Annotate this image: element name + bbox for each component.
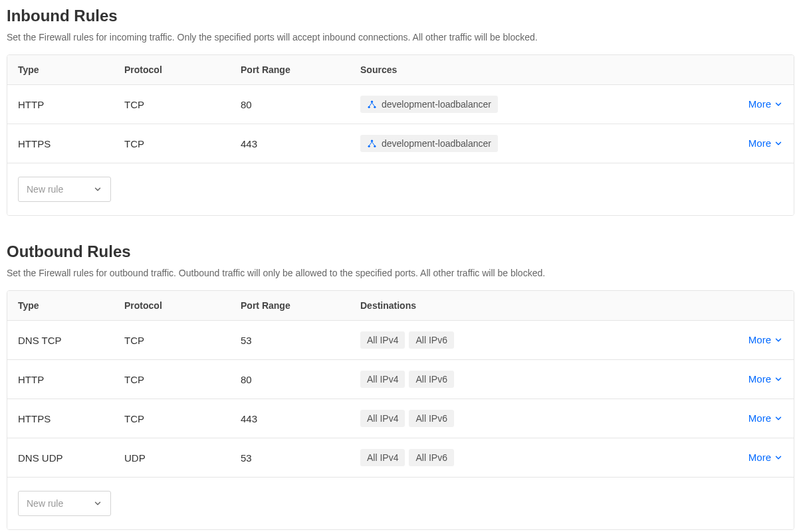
rule-port: 80 xyxy=(241,374,360,385)
target-chip-label: development-loadbalancer xyxy=(382,99,491,110)
target-chip-label: All IPv4 xyxy=(367,374,398,385)
target-chip[interactable]: All IPv4 xyxy=(360,371,405,388)
table-row: HTTPSTCP443development-loadbalancerMore xyxy=(7,124,794,163)
rule-targets: All IPv4All IPv6 xyxy=(360,371,730,388)
rule-type: HTTP xyxy=(18,99,124,110)
more-button[interactable]: More xyxy=(748,137,783,149)
inbound-table-header: Type Protocol Port Range Sources xyxy=(7,55,794,85)
more-label: More xyxy=(748,137,771,149)
inbound-rules-table: Type Protocol Port Range Sources HTTPTCP… xyxy=(7,54,794,216)
chevron-down-icon xyxy=(774,100,783,109)
chevron-down-icon xyxy=(774,414,783,423)
col-header-protocol: Protocol xyxy=(124,300,241,311)
target-chip[interactable]: development-loadbalancer xyxy=(360,135,498,152)
rule-port: 53 xyxy=(241,452,360,464)
table-row: HTTPTCP80development-loadbalancerMore xyxy=(7,85,794,124)
svg-point-5 xyxy=(374,145,376,147)
target-chip[interactable]: All IPv4 xyxy=(360,410,405,427)
svg-point-1 xyxy=(368,106,370,108)
inbound-description: Set the Firewall rules for incoming traf… xyxy=(7,32,794,43)
rule-type: DNS UDP xyxy=(18,452,124,464)
chevron-down-icon xyxy=(774,375,783,384)
rule-port: 80 xyxy=(241,99,360,110)
col-header-type: Type xyxy=(18,64,124,75)
target-chip[interactable]: All IPv6 xyxy=(409,449,453,466)
target-chip[interactable]: development-loadbalancer xyxy=(360,96,498,113)
new-rule-dropdown[interactable]: New rule xyxy=(18,177,111,202)
rule-type: HTTP xyxy=(18,374,124,385)
rule-targets: All IPv4All IPv6 xyxy=(360,410,730,427)
target-chip[interactable]: All IPv6 xyxy=(409,410,453,427)
svg-point-0 xyxy=(371,100,373,102)
rule-protocol: TCP xyxy=(124,138,241,149)
more-label: More xyxy=(748,98,771,110)
rule-protocol: TCP xyxy=(124,99,241,110)
chevron-down-icon xyxy=(774,453,783,462)
outbound-description: Set the Firewall rules for outbound traf… xyxy=(7,268,794,278)
target-chip-label: All IPv6 xyxy=(415,374,447,385)
target-chip-label: All IPv4 xyxy=(367,335,398,345)
inbound-title: Inbound Rules xyxy=(7,7,794,25)
rule-targets: All IPv4All IPv6 xyxy=(360,449,730,466)
loadbalancer-icon xyxy=(367,139,377,149)
more-button[interactable]: More xyxy=(748,334,783,345)
rule-type: DNS TCP xyxy=(18,335,124,346)
svg-point-4 xyxy=(368,145,370,147)
rule-protocol: TCP xyxy=(124,413,241,424)
more-button[interactable]: More xyxy=(748,373,783,385)
outbound-table-header: Type Protocol Port Range Destinations xyxy=(7,291,794,321)
table-row: DNS UDPUDP53All IPv4All IPv6More xyxy=(7,438,794,478)
outbound-rules-table: Type Protocol Port Range Destinations DN… xyxy=(7,290,794,530)
rule-port: 53 xyxy=(241,335,360,346)
new-rule-label: New rule xyxy=(27,184,63,195)
col-header-sources: Sources xyxy=(360,64,730,75)
target-chip[interactable]: All IPv6 xyxy=(409,331,453,349)
rule-type: HTTPS xyxy=(18,413,124,424)
svg-point-3 xyxy=(371,139,373,141)
rule-port: 443 xyxy=(241,413,360,424)
target-chip-label: All IPv6 xyxy=(415,452,447,463)
col-header-type: Type xyxy=(18,300,124,311)
more-label: More xyxy=(748,334,771,345)
chevron-down-icon xyxy=(93,499,102,508)
target-chip-label: All IPv4 xyxy=(367,452,398,463)
inbound-new-rule-row: New rule xyxy=(7,163,794,215)
target-chip[interactable]: All IPv4 xyxy=(360,331,405,349)
outbound-new-rule-row: New rule xyxy=(7,478,794,529)
table-row: HTTPTCP80All IPv4All IPv6More xyxy=(7,360,794,399)
new-rule-dropdown[interactable]: New rule xyxy=(18,491,111,516)
table-row: DNS TCPTCP53All IPv4All IPv6More xyxy=(7,321,794,360)
loadbalancer-icon xyxy=(367,100,377,110)
rule-protocol: UDP xyxy=(124,452,241,464)
col-header-protocol: Protocol xyxy=(124,64,241,75)
more-label: More xyxy=(748,373,771,385)
chevron-down-icon xyxy=(774,335,783,345)
target-chip-label: All IPv6 xyxy=(415,413,447,424)
rule-port: 443 xyxy=(241,138,360,149)
more-button[interactable]: More xyxy=(748,98,783,110)
rule-targets: development-loadbalancer xyxy=(360,96,730,113)
col-header-destinations: Destinations xyxy=(360,300,730,311)
chevron-down-icon xyxy=(774,139,783,148)
col-header-port-range: Port Range xyxy=(241,300,360,311)
rule-protocol: TCP xyxy=(124,374,241,385)
more-button[interactable]: More xyxy=(748,452,783,463)
target-chip[interactable]: All IPv6 xyxy=(409,371,453,388)
outbound-section: Outbound Rules Set the Firewall rules fo… xyxy=(7,242,794,530)
svg-point-2 xyxy=(374,106,376,108)
rule-targets: All IPv4All IPv6 xyxy=(360,331,730,349)
chevron-down-icon xyxy=(93,185,102,194)
col-header-port-range: Port Range xyxy=(241,64,360,75)
target-chip-label: development-loadbalancer xyxy=(382,138,491,149)
new-rule-label: New rule xyxy=(27,498,63,509)
table-row: HTTPSTCP443All IPv4All IPv6More xyxy=(7,399,794,438)
more-label: More xyxy=(748,452,771,463)
rule-protocol: TCP xyxy=(124,335,241,346)
inbound-section: Inbound Rules Set the Firewall rules for… xyxy=(7,7,794,216)
target-chip-label: All IPv4 xyxy=(367,413,398,424)
target-chip-label: All IPv6 xyxy=(415,335,447,345)
more-button[interactable]: More xyxy=(748,412,783,424)
rule-targets: development-loadbalancer xyxy=(360,135,730,152)
rule-type: HTTPS xyxy=(18,138,124,149)
target-chip[interactable]: All IPv4 xyxy=(360,449,405,466)
